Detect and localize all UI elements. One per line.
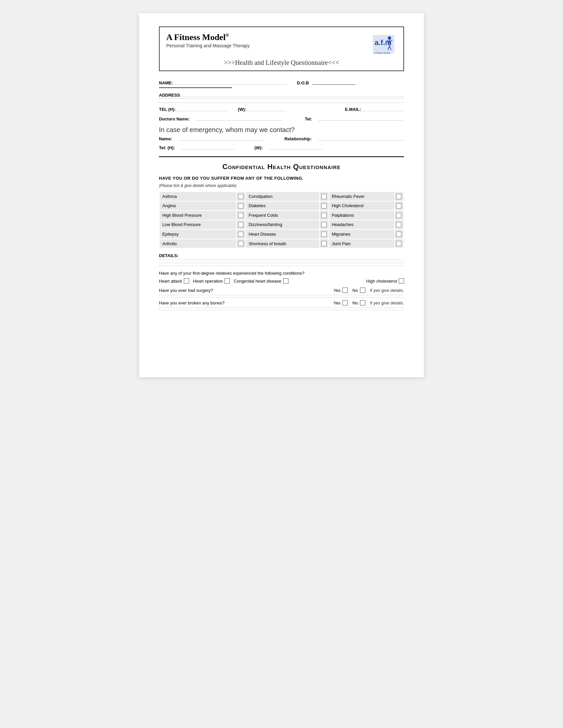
relatives-section: Have any of your first-degree relatives … — [159, 271, 404, 284]
condition-col3-6: Joint Pain — [329, 239, 395, 249]
condition-check-col1-1[interactable] — [236, 192, 246, 201]
details-line-3 — [159, 266, 404, 266]
checkbox-frequent-colds[interactable] — [321, 213, 327, 218]
logo-svg: a.f.m a Fitness Model — [371, 33, 396, 55]
condition-col3-2: High Cholesterol — [329, 201, 395, 211]
checkbox-low-bp[interactable] — [238, 222, 243, 227]
table-row: Arthritis Shortness of breath Joint Pain — [159, 239, 404, 249]
congenital-label: Congenital heart disease — [234, 279, 282, 284]
heart-attack-label: Heart attack — [159, 279, 182, 284]
doctors-name-label: Doctors Name: — [159, 116, 189, 121]
table-row: Low Blood Pressure Dizziness/fainting He… — [159, 220, 404, 230]
checkbox-high-cholesterol-relatives[interactable] — [399, 278, 404, 284]
bones-no-label: No — [352, 300, 358, 305]
checkbox-surgery-yes[interactable] — [343, 288, 348, 293]
registered-mark: ® — [225, 33, 229, 38]
checkbox-congenital[interactable] — [283, 278, 289, 284]
bones-no-group: No — [352, 300, 365, 305]
condition-col2-4: Dizziness/fainting — [246, 220, 320, 230]
section-divider — [159, 156, 404, 157]
emergency-tel-row: Tel: (H): (W): — [159, 145, 404, 150]
high-cholesterol-relatives-label: High cholesterol — [366, 279, 397, 284]
surgery-question: Have you ever had surgery? — [159, 288, 334, 293]
bones-yes-group: Yes — [334, 300, 348, 305]
condition-col3-4: Headaches — [329, 220, 395, 230]
checkbox-joint-pain[interactable] — [396, 241, 401, 246]
checkbox-headaches[interactable] — [396, 222, 401, 227]
checkbox-constipation[interactable] — [321, 194, 327, 199]
email-label: E.MAIL: — [345, 107, 361, 112]
relatives-heart-operation: Heart operation — [193, 278, 230, 284]
checkbox-diabetes[interactable] — [321, 203, 327, 208]
condition-col2-2: Diabetes — [246, 201, 320, 211]
questionnaire-title: >>>Health and Lifestyle Questionnaire<<< — [166, 59, 397, 67]
condition-col1-2: Angina — [159, 201, 236, 211]
dob-label: D.O.B — [297, 80, 309, 85]
name-dob-row: NAME: D.O.B — [159, 80, 404, 85]
checkbox-heart-attack[interactable] — [184, 278, 189, 284]
emergency-relationship-label: Relationship: — [285, 136, 312, 141]
checkbox-high-cholesterol[interactable] — [396, 203, 401, 208]
header-box: A Fitness Model® Personal Training and M… — [159, 26, 404, 71]
relatives-high-cholesterol: High cholesterol — [366, 278, 404, 284]
checkbox-bones-no[interactable] — [360, 300, 365, 305]
surgery-no-label: No — [352, 288, 358, 293]
condition-check-col3-1[interactable] — [395, 192, 404, 201]
checkbox-high-bp[interactable] — [238, 213, 243, 218]
bones-detail: If yes give details. — [370, 300, 404, 305]
condition-col1-1: Asthma — [159, 192, 236, 201]
checkbox-epilepsy[interactable] — [238, 232, 243, 237]
checkbox-heart-disease[interactable] — [321, 232, 327, 237]
details-line-2 — [159, 263, 404, 263]
relatives-checkboxes: Heart attack Heart operation Congenital … — [159, 278, 404, 284]
bones-question: Have you ever broken any bones? — [159, 300, 334, 305]
checkbox-arthritis[interactable] — [238, 241, 243, 246]
condition-col3-3: Palpitations — [329, 210, 395, 220]
checkbox-migraines[interactable] — [396, 232, 401, 237]
tel-h-label: TEL (H): — [159, 107, 175, 112]
bones-detail-line — [159, 310, 404, 310]
condition-check-col2-1[interactable] — [320, 192, 329, 201]
emergency-name-label: Name: — [159, 136, 172, 141]
checkbox-asthma[interactable] — [238, 194, 243, 199]
emergency-tel-w-label: (W): — [254, 145, 262, 150]
health-questionnaire-section: Confidential Health Questionnaire HAVE Y… — [159, 162, 404, 310]
condition-col2-1: Constipation — [246, 192, 320, 201]
doctors-tel-label: Tel: — [305, 116, 312, 121]
company-title: A Fitness Model® — [166, 32, 250, 42]
checkbox-shortness-of-breath[interactable] — [321, 241, 327, 246]
header-left: A Fitness Model® Personal Training and M… — [166, 32, 397, 67]
checkbox-palpitations[interactable] — [396, 213, 401, 218]
checkbox-heart-operation[interactable] — [224, 278, 230, 284]
surgery-yes-label: Yes — [334, 288, 341, 293]
condition-col3-5: Migraines — [329, 229, 395, 239]
checkbox-angina[interactable] — [238, 203, 243, 208]
dob-input-line — [312, 84, 355, 85]
address-line2 — [159, 103, 404, 103]
table-row: High Blood Pressure Frequent Colds Palpi… — [159, 210, 404, 220]
emergency-title: In case of emergency, whom may we contac… — [159, 126, 404, 134]
condition-col1-5: Epilepsy — [159, 229, 236, 239]
surgery-row: Have you ever had surgery? Yes No If yes… — [159, 288, 404, 295]
name-dotted-line — [174, 84, 287, 85]
page: A Fitness Model® Personal Training and M… — [139, 13, 424, 377]
name-label: NAME: — [159, 80, 173, 85]
condition-col2-6: Shortness of breath — [246, 239, 320, 249]
checkbox-bones-yes[interactable] — [343, 300, 348, 305]
bones-row: Have you ever broken any bones? Yes No I… — [159, 300, 404, 308]
table-row: Epilepsy Heart Disease Migraines — [159, 229, 404, 239]
doctors-row: Doctors Name: Tel: — [159, 116, 404, 121]
checkbox-rheumatic-fever[interactable] — [396, 194, 401, 199]
checkbox-dizziness[interactable] — [321, 222, 327, 227]
checkbox-surgery-no[interactable] — [360, 288, 365, 293]
conditions-table: Asthma Constipation Rheumatic Fever Angi… — [159, 191, 404, 249]
table-row: Asthma Constipation Rheumatic Fever — [159, 192, 404, 201]
bones-yes-label: Yes — [334, 300, 341, 305]
condition-col1-6: Arthritis — [159, 239, 236, 249]
condition-col1-3: High Blood Pressure — [159, 210, 236, 220]
address-section: ADDRESS — [159, 93, 404, 103]
details-line-1 — [159, 260, 404, 260]
relatives-title: Have any of your first-degree relatives … — [159, 271, 404, 276]
condition-col1-4: Low Blood Pressure — [159, 220, 236, 230]
condition-col3-1: Rheumatic Fever — [329, 192, 395, 201]
